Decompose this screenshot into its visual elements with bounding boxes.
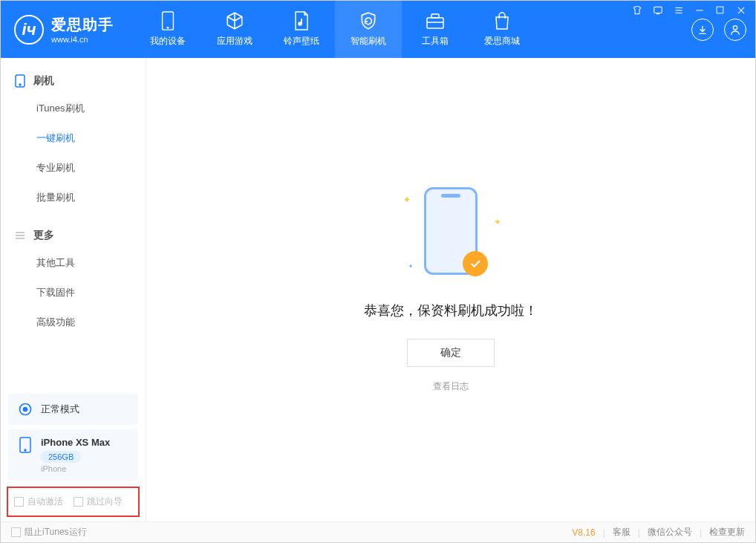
svg-point-10 bbox=[299, 22, 302, 25]
window-controls bbox=[632, 5, 748, 16]
sidebar-item-oneclick-flash[interactable]: 一键刷机 bbox=[1, 123, 146, 153]
sidebar-item-batch-flash[interactable]: 批量刷机 bbox=[1, 183, 146, 212]
svg-rect-12 bbox=[431, 14, 439, 18]
minimize-icon[interactable] bbox=[694, 5, 706, 16]
skin-icon[interactable] bbox=[632, 5, 644, 16]
nav-ringtone-wallpaper[interactable]: 铃声壁纸 bbox=[268, 1, 335, 58]
close-icon[interactable] bbox=[736, 5, 748, 16]
footer-link-support[interactable]: 客服 bbox=[613, 526, 630, 539]
svg-rect-11 bbox=[427, 18, 443, 28]
nav-store[interactable]: 爱思商城 bbox=[469, 1, 535, 58]
svg-point-16 bbox=[19, 84, 21, 85]
toolbox-icon bbox=[426, 11, 445, 30]
music-file-icon bbox=[292, 11, 311, 30]
success-illustration: ✦ ✦ • bbox=[399, 187, 503, 284]
download-icon[interactable] bbox=[691, 19, 714, 41]
menu-icon[interactable] bbox=[674, 5, 685, 16]
nav-apps-games[interactable]: 应用游戏 bbox=[201, 1, 268, 58]
options-highlight: 自动激活 跳过向导 bbox=[7, 487, 140, 517]
cube-icon bbox=[225, 11, 244, 30]
ok-button[interactable]: 确定 bbox=[407, 339, 495, 367]
nav-smart-flash[interactable]: 智能刷机 bbox=[335, 1, 402, 58]
bag-icon bbox=[492, 11, 512, 30]
svg-rect-5 bbox=[717, 7, 723, 13]
mode-card[interactable]: 正常模式 bbox=[8, 394, 138, 425]
success-message: 恭喜您，保资料刷机成功啦！ bbox=[364, 302, 538, 319]
shield-refresh-icon bbox=[359, 11, 378, 30]
list-icon bbox=[14, 230, 26, 241]
svg-point-21 bbox=[24, 408, 27, 412]
checkbox-skip-guide[interactable]: 跳过向导 bbox=[74, 495, 123, 508]
checkbox-block-itunes[interactable]: 阻止iTunes运行 bbox=[11, 526, 87, 539]
svg-point-9 bbox=[167, 27, 169, 29]
nav-toolbox[interactable]: 工具箱 bbox=[402, 1, 469, 58]
logo[interactable]: iч 爱思助手 www.i4.cn bbox=[1, 15, 134, 45]
svg-rect-0 bbox=[654, 7, 662, 13]
sidebar: 刷机 iTunes刷机 一键刷机 专业刷机 批量刷机 更多 其他工具 下载固件 … bbox=[1, 58, 146, 521]
mode-icon bbox=[17, 401, 33, 417]
mode-label: 正常模式 bbox=[41, 403, 79, 416]
sidebar-section-flash: 刷机 bbox=[1, 68, 146, 94]
footer-link-wechat[interactable]: 微信公众号 bbox=[648, 526, 692, 539]
sidebar-item-other-tools[interactable]: 其他工具 bbox=[1, 248, 146, 278]
sidebar-item-download-firmware[interactable]: 下载固件 bbox=[1, 278, 146, 308]
checkbox-auto-activate[interactable]: 自动激活 bbox=[14, 495, 63, 508]
footer-link-update[interactable]: 检查更新 bbox=[709, 526, 745, 539]
view-log-link[interactable]: 查看日志 bbox=[433, 380, 469, 393]
device-card[interactable]: iPhone XS Max 256GB iPhone bbox=[8, 429, 138, 481]
maximize-icon[interactable] bbox=[715, 5, 727, 16]
device-type: iPhone bbox=[41, 464, 110, 473]
phone-icon bbox=[14, 75, 26, 87]
main-nav: 我的设备 应用游戏 铃声壁纸 智能刷机 工具箱 爱思商城 bbox=[134, 1, 535, 58]
header-right bbox=[691, 19, 755, 41]
app-subtitle: www.i4.cn bbox=[51, 35, 114, 44]
footer: 阻止iTunes运行 V8.16 | 客服 | 微信公众号 | 检查更新 bbox=[1, 521, 755, 542]
app-title: 爱思助手 bbox=[51, 15, 114, 35]
svg-point-23 bbox=[25, 449, 26, 451]
device-icon bbox=[158, 11, 177, 30]
user-icon[interactable] bbox=[724, 19, 746, 41]
sidebar-item-pro-flash[interactable]: 专业刷机 bbox=[1, 153, 146, 183]
check-icon bbox=[463, 251, 488, 276]
sidebar-section-more: 更多 bbox=[1, 223, 146, 248]
sidebar-item-advanced[interactable]: 高级功能 bbox=[1, 308, 146, 337]
main-content: ✦ ✦ • 恭喜您，保资料刷机成功啦！ 确定 查看日志 bbox=[146, 58, 755, 521]
nav-my-device[interactable]: 我的设备 bbox=[134, 1, 201, 58]
svg-point-14 bbox=[733, 25, 737, 29]
feedback-icon[interactable] bbox=[653, 5, 665, 16]
logo-icon: iч bbox=[14, 15, 44, 45]
device-phone-icon bbox=[17, 437, 33, 453]
version-label: V8.16 bbox=[572, 527, 595, 538]
device-storage: 256GB bbox=[41, 451, 81, 463]
sidebar-item-itunes-flash[interactable]: iTunes刷机 bbox=[1, 94, 146, 123]
device-name: iPhone XS Max bbox=[41, 437, 110, 448]
